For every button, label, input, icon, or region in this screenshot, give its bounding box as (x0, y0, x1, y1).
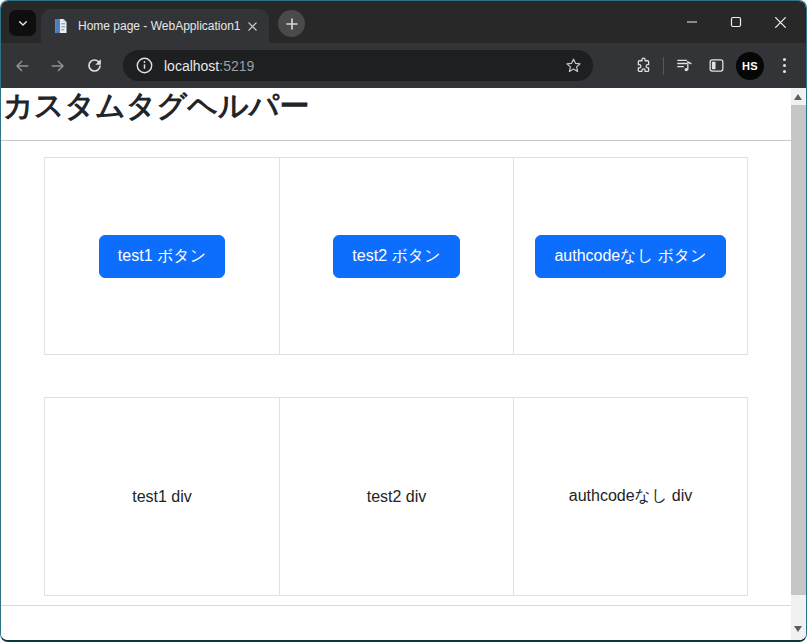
toolbar-right: HS (627, 43, 800, 88)
page-content: カスタムタグヘルパー test1 ボタン test2 ボタン authcodeな… (1, 88, 806, 640)
media-controls-button[interactable] (668, 50, 700, 82)
button-row: test1 ボタン test2 ボタン authcodeなし ボタン (44, 157, 748, 355)
address-bar[interactable]: localhost:5219 (123, 50, 593, 81)
table-cell: authcodeなし ボタン (513, 158, 747, 354)
tab-search-button[interactable] (9, 10, 36, 36)
table-cell: test2 ボタン (279, 158, 513, 354)
window-controls (670, 1, 802, 43)
minimize-icon (686, 16, 698, 28)
new-tab-button[interactable] (278, 10, 305, 37)
page-title: カスタムタグヘルパー (3, 88, 791, 124)
tab-close-icon[interactable] (243, 17, 261, 35)
refresh-button[interactable] (79, 51, 109, 81)
media-playlist-icon (675, 56, 694, 75)
url-port: :5219 (219, 58, 254, 74)
close-icon (774, 16, 787, 29)
plus-icon (285, 17, 299, 31)
test2-div-label: test2 div (367, 488, 427, 506)
kebab-menu-icon (783, 58, 786, 73)
extensions-button[interactable] (627, 50, 659, 82)
page-favicon-icon (53, 18, 69, 34)
titlebar: Home page - WebApplication1 (1, 1, 806, 43)
toolbar-separator (663, 57, 664, 75)
side-panel-button[interactable] (700, 50, 732, 82)
table-cell: test1 div (45, 398, 279, 595)
maximize-button[interactable] (714, 1, 758, 43)
back-button[interactable] (7, 51, 37, 81)
table-cell: test1 ボタン (45, 158, 279, 354)
bookmark-star-icon[interactable] (564, 56, 583, 75)
page-footer (1, 605, 791, 632)
toolbar: localhost:5219 (1, 43, 806, 88)
chevron-down-icon (15, 15, 31, 31)
heading-divider (1, 140, 791, 141)
authcode-nashi-div-label: authcodeなし div (569, 486, 692, 507)
test1-div-label: test1 div (132, 488, 192, 506)
forward-button[interactable] (43, 51, 73, 81)
profile-avatar[interactable]: HS (736, 52, 764, 80)
authcode-nashi-button[interactable]: authcodeなし ボタン (535, 235, 725, 278)
browser-window: Home page - WebApplication1 (0, 0, 807, 642)
site-info-icon[interactable] (135, 56, 154, 75)
side-panel-icon (707, 56, 726, 75)
div-row: test1 div test2 div authcodeなし div (44, 397, 748, 596)
scrollbar-thumb[interactable] (791, 105, 806, 595)
tab-title: Home page - WebApplication1 (78, 19, 243, 33)
test1-button[interactable]: test1 ボタン (99, 235, 225, 278)
refresh-icon (85, 56, 104, 75)
scroll-down-icon[interactable] (794, 626, 802, 632)
close-button[interactable] (758, 1, 802, 43)
menu-button[interactable] (768, 50, 800, 82)
forward-icon (48, 56, 68, 76)
browser-tab[interactable]: Home page - WebApplication1 (41, 9, 269, 43)
vertical-scrollbar[interactable] (791, 88, 806, 640)
url-text: localhost:5219 (164, 58, 564, 74)
table-cell: test2 div (279, 398, 513, 595)
maximize-icon (730, 16, 742, 28)
scroll-up-icon[interactable] (794, 94, 802, 100)
back-icon (12, 56, 32, 76)
test2-button[interactable]: test2 ボタン (333, 235, 459, 278)
url-host: localhost (164, 58, 219, 74)
minimize-button[interactable] (670, 1, 714, 43)
table-cell: authcodeなし div (513, 398, 747, 595)
puzzle-icon (634, 56, 653, 75)
